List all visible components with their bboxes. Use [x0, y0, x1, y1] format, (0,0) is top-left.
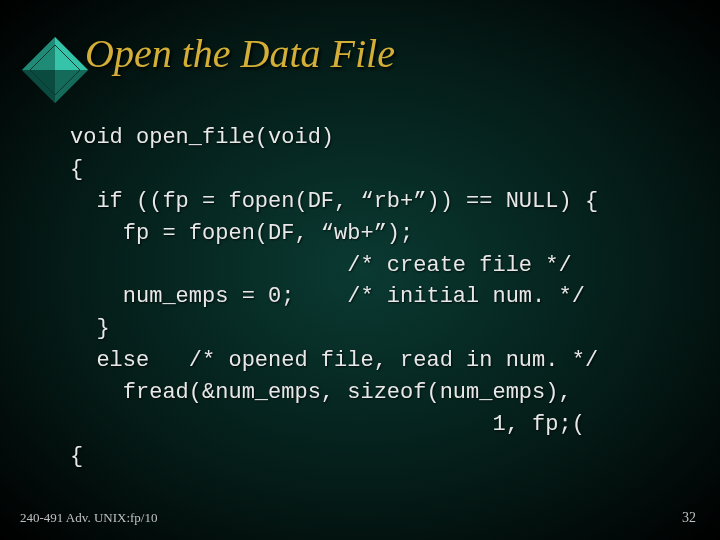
- slide-number: 32: [682, 510, 696, 526]
- slide: Open the Data File void open_file(void) …: [0, 0, 720, 540]
- svg-marker-4: [55, 70, 88, 103]
- svg-marker-2: [22, 37, 55, 70]
- code-block: void open_file(void) { if ((fp = fopen(D…: [70, 122, 680, 473]
- slide-title: Open the Data File: [85, 30, 680, 77]
- footer-course-ref: 240-491 Adv. UNIX:fp/10: [20, 510, 157, 526]
- svg-marker-3: [22, 70, 55, 103]
- diamond-bullet-icon: [20, 35, 90, 105]
- svg-marker-1: [55, 37, 88, 70]
